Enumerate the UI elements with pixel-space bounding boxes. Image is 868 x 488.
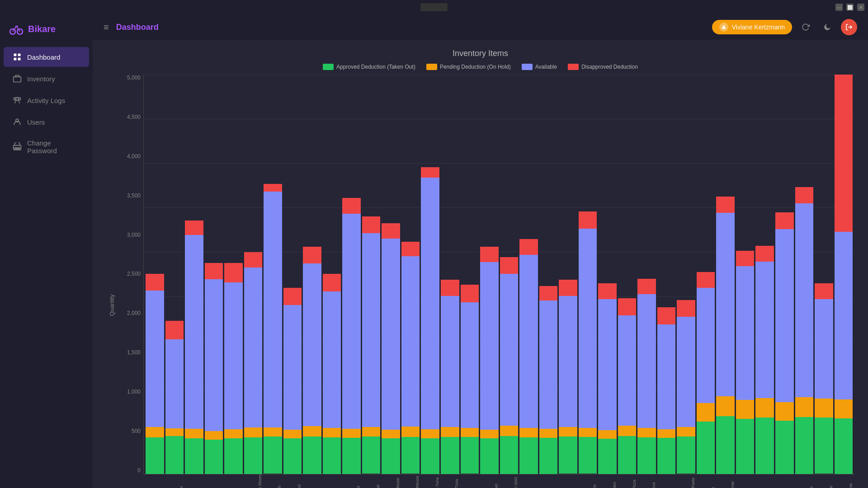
bar-disapproved [461,285,479,302]
bar-disapproved [618,298,637,315]
bar-disapproved [736,251,755,266]
bar-disapproved [283,288,302,305]
close-button[interactable]: ✕ [857,4,864,11]
bar-stack [382,223,400,474]
bar-stack [401,242,420,474]
x-label: Handcrafted Rubber Mouse [401,474,420,488]
logout-button[interactable] [841,19,857,35]
bar-available [519,255,538,428]
bar-group [519,239,538,474]
sidebar-item-users-label: Users [27,118,45,126]
bar-approved [618,436,637,474]
bar-disapproved [835,75,853,232]
x-label: Cornelia Mouse [519,474,538,488]
x-label: Handcrafted Cobham Shoes [244,474,262,488]
bar-group [244,252,263,474]
topbar: ≡ Dashboard Viviane Kertzmann [93,14,868,40]
bar-disapproved [303,247,321,263]
bar-pending [755,398,774,418]
bar-approved [755,418,774,474]
x-label: Rustic Plastic Shoes [224,474,242,488]
bar-available [697,288,715,403]
bar-approved [205,440,223,474]
bar-disapproved [185,221,203,235]
bar-available [205,279,223,431]
restore-button[interactable]: ⬜ [846,4,854,11]
bar-group [146,274,164,474]
sidebar-item-activity-logs[interactable]: Activity Logs [4,90,89,110]
x-label: Tasty Fresh Bar [204,474,223,488]
bar-stack [519,239,538,474]
grid-line [144,75,854,75]
bar-approved [677,436,695,474]
refresh-button[interactable] [797,19,814,35]
user-button[interactable]: Viviane Kertzmann [712,20,792,34]
bar-group [323,274,341,474]
bar-available [421,178,439,429]
x-label: Licensed Wooden Shirt [480,474,499,488]
svg-point-9 [14,98,16,100]
bar-pending [736,400,755,419]
bar-pending [775,402,794,421]
bar-disapproved [697,272,715,288]
bar-stack [598,283,617,474]
bar-stack [205,263,223,474]
bar-approved [244,437,263,474]
bar-approved [165,436,184,474]
x-label: Generic Wooden Shirt [342,474,361,488]
y-tick: 1,000 [121,389,143,395]
bar-group [401,242,420,474]
bar-disapproved [559,280,577,296]
x-label: Practical Meat Chips [460,474,479,488]
theme-toggle-button[interactable] [819,19,835,35]
x-label: Small Snack Keyboard [283,474,302,488]
bar-pending [697,403,715,422]
bar-available [224,282,243,429]
bar-approved [342,438,361,474]
bar-disapproved [146,274,164,291]
sidebar-item-change-password[interactable]: Change Password [4,134,89,160]
bar-stack [303,247,321,474]
bar-group [677,300,695,474]
bar-disapproved [441,280,459,296]
bar-approved [736,419,755,474]
bar-disapproved [795,187,814,203]
chart-inner: 5,0004,5004,0003,5003,0002,5002,0001,500… [121,75,854,488]
bar-approved [480,438,499,474]
bar-disapproved [382,223,400,239]
bar-stack [165,321,184,474]
bar-pending [185,429,203,438]
chart-legend: Approved Deduction (Taken Out) Pending D… [106,64,854,70]
bar-available [185,235,203,429]
bar-available [815,299,833,399]
bar-available [716,213,735,396]
x-label: Intelligent Concrete Pizza [618,474,637,488]
bar-disapproved [342,198,361,214]
x-label: Licensed Wooden Car [815,474,833,488]
y-tick: 2,000 [121,310,143,316]
hamburger-icon[interactable]: ≡ [104,22,109,33]
bar-stack [244,252,263,474]
bar-approved [775,421,794,474]
bar-approved [441,437,459,474]
svg-rect-2 [14,54,17,56]
sidebar-item-users[interactable]: Users [4,112,89,132]
x-label: Licensed Cables Pizza [578,474,597,488]
bar-approved [303,436,321,474]
x-label: Unbranded Rubber Mouse [382,474,400,488]
bar-pending [539,429,558,438]
sidebar-item-change-password-label: Change Password [27,139,80,155]
bar-disapproved [264,184,282,192]
x-labels: Tasty Steel FishHandmade Soft ChipsRusti… [121,474,854,488]
bar-stack [283,288,302,474]
bar-disapproved [480,247,499,262]
bar-disapproved [677,300,695,317]
sidebar-item-inventory[interactable]: Inventory [4,69,89,89]
bar-disapproved [657,307,676,324]
sidebar-item-dashboard[interactable]: Dashboard [4,47,89,67]
topbar-left: ≡ Dashboard [104,22,159,33]
bar-approved [146,437,164,474]
minimize-button[interactable]: — [835,4,843,11]
bar-pending [401,427,420,437]
bar-approved [500,436,519,474]
